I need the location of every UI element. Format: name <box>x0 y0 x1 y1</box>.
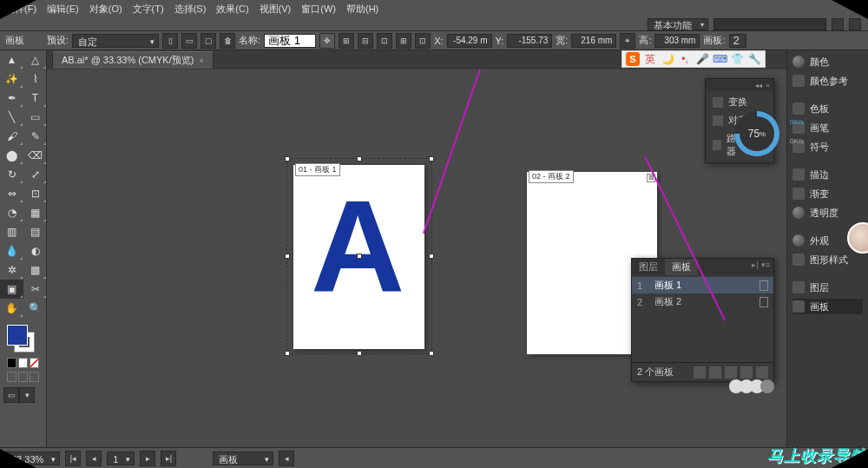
align-1-icon[interactable]: ⊞ <box>339 33 354 49</box>
menu-type[interactable]: 文字(T) <box>133 3 164 16</box>
handle-br[interactable] <box>429 351 434 356</box>
screen-mode-switch-icon[interactable]: ▾ <box>19 387 35 403</box>
line-tool-icon[interactable]: ╲ <box>0 108 23 127</box>
artboard-row-2[interactable]: 2 画板 2 <box>632 293 773 310</box>
color-mode-icon[interactable] <box>7 358 16 368</box>
free-transform-tool-icon[interactable]: ⊡ <box>23 184 47 203</box>
nav-prev-icon[interactable]: ◂ <box>86 451 102 466</box>
search-input[interactable] <box>713 18 826 30</box>
ab-rearrange-icon[interactable] <box>694 366 706 379</box>
handle-tr[interactable] <box>429 156 434 161</box>
graph-tool-icon[interactable]: ▦ <box>23 260 47 280</box>
sync-icon[interactable] <box>849 18 861 30</box>
panel-gradient[interactable]: 渐变 <box>792 186 863 201</box>
panel-layers[interactable]: 图层 <box>792 280 863 295</box>
ime-moon-icon[interactable]: 🌙 <box>661 52 674 66</box>
delete-artboard-icon[interactable]: 🗑 <box>220 33 235 49</box>
menu-window[interactable]: 窗口(W) <box>301 3 336 16</box>
artboard-row-2-icon[interactable] <box>760 297 768 307</box>
panel-artboards[interactable]: 画板 <box>792 299 863 314</box>
eraser-tool-icon[interactable]: ⌫ <box>23 146 47 165</box>
none-mode-icon[interactable] <box>30 358 39 368</box>
blend-tool-icon[interactable]: ◐ <box>23 241 47 260</box>
workspace-dropdown[interactable]: 基本功能 <box>648 18 708 30</box>
screen-mode-icon[interactable]: ▭ <box>3 387 19 403</box>
reference-point-icon[interactable]: ⊡ <box>415 33 431 49</box>
h-input[interactable] <box>654 34 700 48</box>
menu-help[interactable]: 帮助(H) <box>346 3 378 16</box>
link-wh-icon[interactable]: ⚭ <box>620 33 635 49</box>
menu-effect[interactable]: 效果(C) <box>216 3 248 16</box>
scale-tool-icon[interactable]: ⤢ <box>23 165 47 184</box>
rotate-tool-icon[interactable]: ↻ <box>0 165 23 184</box>
panel-header[interactable]: ◂◂× <box>706 79 773 91</box>
artboard-1[interactable]: 01 - 画板 1 A <box>293 165 424 349</box>
panel-menu-icon[interactable]: ▾≡ <box>761 260 770 274</box>
arrange-icon[interactable] <box>832 18 844 30</box>
align-3-icon[interactable]: ⊡ <box>377 33 392 49</box>
zoom-tool-icon[interactable]: 🔍 <box>23 299 47 318</box>
ime-keyboard-icon[interactable]: ⌨ <box>713 52 727 66</box>
status-tool-dropdown[interactable]: 画板 <box>213 452 273 465</box>
new-artboard-icon[interactable]: ▢ <box>201 33 216 49</box>
ime-punct-icon[interactable]: •, <box>678 52 692 66</box>
ime-skin-icon[interactable]: 👕 <box>730 52 744 66</box>
artboards-count-input[interactable] <box>729 34 746 48</box>
align-2-icon[interactable]: ⊟ <box>358 33 373 49</box>
type-tool-icon[interactable]: T <box>23 89 47 108</box>
panel-color[interactable]: 颜色 <box>792 54 863 69</box>
panel-swatches[interactable]: 色板 <box>792 101 863 116</box>
lasso-tool-icon[interactable]: ⌇ <box>23 69 47 89</box>
handle-mr[interactable] <box>429 254 434 259</box>
nav-next-icon[interactable]: ▸ <box>140 451 155 466</box>
panel-expand-icon[interactable]: ▸| <box>752 260 758 274</box>
blob-brush-tool-icon[interactable]: ⬤ <box>0 146 23 165</box>
menu-edit[interactable]: 编辑(E) <box>47 3 79 16</box>
ime-lang-toggle[interactable]: 英 <box>643 52 657 66</box>
panel-color-guide[interactable]: 颜色参考 <box>792 73 863 89</box>
network-monitor-widget[interactable]: 75% 0K/s 0K/s <box>734 111 779 156</box>
nav-artboard-dropdown[interactable]: 1 <box>107 452 135 465</box>
status-scroll-left-icon[interactable]: ◂ <box>279 451 294 466</box>
menu-object[interactable]: 对象(O) <box>89 3 122 16</box>
ime-mic-icon[interactable]: 🎤 <box>695 52 709 66</box>
magic-wand-tool-icon[interactable]: ✨ <box>0 69 23 89</box>
draw-normal-icon[interactable] <box>7 372 16 382</box>
panel-collapse-icon[interactable]: ◂◂ <box>755 82 762 89</box>
draw-behind-icon[interactable] <box>18 372 28 382</box>
gradient-tool-icon[interactable]: ▤ <box>23 222 47 241</box>
fill-swatch[interactable] <box>7 325 28 346</box>
document-tab[interactable]: AB.ai* @ 33.33% (CMYK/预览) × <box>52 51 214 69</box>
selection-tool-icon[interactable]: ▲ <box>0 50 23 69</box>
width-tool-icon[interactable]: ⇔ <box>0 184 23 203</box>
handle-ml[interactable] <box>285 254 290 259</box>
y-input[interactable] <box>507 34 552 48</box>
orient-landscape-icon[interactable]: ▭ <box>181 33 197 49</box>
move-artwork-toggle-icon[interactable]: ✥ <box>319 33 335 49</box>
pen-tool-icon[interactable]: ✒ <box>0 89 23 108</box>
menu-select[interactable]: 选择(S) <box>174 3 207 16</box>
handle-tl[interactable] <box>285 156 290 161</box>
w-input[interactable] <box>571 34 616 48</box>
ab-movedown-icon[interactable] <box>725 366 737 379</box>
ime-toolbar[interactable]: S 英 🌙 •, 🎤 ⌨ 👕 🔧 <box>621 50 766 68</box>
panel-stroke[interactable]: 描边 <box>792 167 863 182</box>
orient-portrait-icon[interactable]: ▯ <box>162 33 178 49</box>
panel-close-icon[interactable]: × <box>766 82 770 89</box>
transform-row[interactable]: 变换 <box>706 93 773 111</box>
preset-dropdown[interactable]: 自定 <box>72 34 159 48</box>
align-4-icon[interactable]: ⊞ <box>396 33 411 49</box>
x-input[interactable] <box>447 34 492 48</box>
artboard-row-1[interactable]: 1 画板 1 <box>632 277 773 293</box>
ab-new-icon[interactable] <box>740 366 753 379</box>
perspective-tool-icon[interactable]: ▦ <box>23 203 47 222</box>
handle-bl[interactable] <box>285 351 290 356</box>
panel-transparency[interactable]: 透明度 <box>792 205 863 221</box>
shape-builder-tool-icon[interactable]: ◔ <box>0 203 23 222</box>
artboard-tool-icon[interactable]: ▣ <box>0 280 23 299</box>
hand-tool-icon[interactable]: ✋ <box>0 299 23 318</box>
paintbrush-tool-icon[interactable]: 🖌 <box>0 127 23 146</box>
sogou-logo-icon[interactable]: S <box>626 52 640 66</box>
rectangle-tool-icon[interactable]: ▭ <box>23 108 47 127</box>
direct-selection-tool-icon[interactable]: △ <box>23 50 47 69</box>
